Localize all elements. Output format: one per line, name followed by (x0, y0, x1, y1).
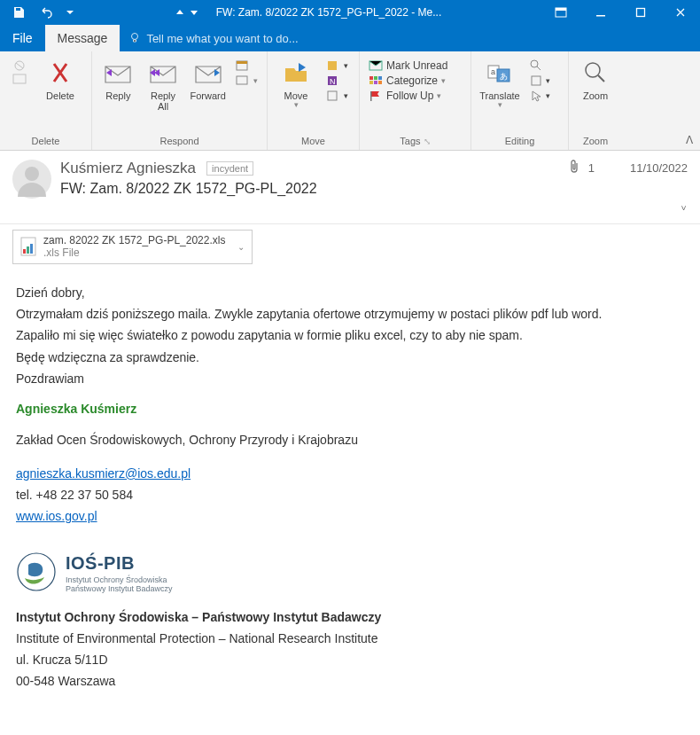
ribbon: Delete Delete Reply Reply All Forward ▾ (0, 51, 700, 151)
svg-rect-19 (374, 81, 377, 84)
group-editing-label: Editing (477, 136, 563, 148)
svg-rect-13 (328, 91, 337, 100)
svg-rect-21 (370, 91, 372, 101)
tab-file[interactable]: File (0, 25, 45, 51)
svg-rect-1 (556, 8, 566, 11)
move-button[interactable]: Move ▾ (273, 55, 319, 112)
quick-access-toolbar (0, 2, 76, 23)
signature-logo: IOŚ-PIB Instytut Ochrony Środowiska Pańs… (16, 551, 684, 594)
sender-avatar (12, 160, 51, 199)
signature-phone: tel. +48 22 37 50 584 (16, 486, 684, 504)
svg-rect-2 (596, 15, 605, 17)
select-button[interactable]: ▾ (526, 89, 554, 103)
tell-me-search[interactable]: Tell me what you want to do... (120, 25, 700, 51)
attachment-chevron-icon[interactable]: ⌄ (232, 242, 245, 252)
qat-dropdown-icon[interactable] (64, 2, 76, 23)
body-p3: Będę wdzięczna za sprawdzenie. (16, 348, 684, 366)
attachment-type: .xls File (43, 246, 225, 259)
message-date: 11/10/2022 (630, 161, 688, 175)
actions-button[interactable]: ▾ (323, 89, 352, 103)
group-delete-label: Delete (5, 136, 86, 148)
logo-sub2: Państwowy Instytut Badawczy (66, 585, 173, 594)
svg-rect-10 (328, 61, 337, 70)
svg-rect-20 (378, 81, 382, 84)
signature-email-link[interactable]: agnieszka.kusmierz@ios.edu.pl (16, 466, 191, 481)
ribbon-display-button[interactable] (541, 0, 580, 25)
lightbulb-icon (128, 32, 141, 44)
ribbon-tabs: File Message Tell me what you want to do… (0, 25, 700, 51)
reply-all-button[interactable]: Reply All (143, 55, 184, 113)
message-body-scroll[interactable]: Dzień dobry, Otrzymałam dziś poniższego … (0, 270, 700, 735)
tab-message[interactable]: Message (45, 25, 121, 51)
svg-text:あ: あ (500, 72, 508, 81)
inst-line2: Institute of Environmental Protection – … (16, 629, 684, 647)
delete-button[interactable]: Delete (37, 55, 83, 103)
window-buttons (541, 0, 700, 25)
close-button[interactable] (660, 0, 700, 25)
message-header: Kuśmierz Agnieszka incydent FW: Zam. 8/2… (0, 151, 700, 224)
attachment-row: zam. 82022 ZK 1572_PG-PL_2022.xls .xls F… (0, 224, 700, 270)
signature-web-link[interactable]: www.ios.gov.pl (16, 509, 97, 523)
reply-dropdown-icon[interactable]: ⱽ (680, 202, 688, 218)
svg-point-30 (25, 167, 39, 181)
svg-rect-17 (378, 76, 382, 80)
collapse-ribbon-icon[interactable]: ᐱ (686, 134, 693, 146)
ignore-junk-button[interactable] (5, 55, 34, 92)
svg-rect-6 (13, 74, 26, 83)
svg-rect-16 (374, 76, 377, 80)
ios-pib-logo-icon (16, 551, 57, 592)
svg-rect-34 (30, 244, 33, 254)
find-button[interactable] (526, 59, 554, 73)
body-p2: Zapaliło mi się więc światełko z powodu … (16, 326, 684, 344)
onenote-button[interactable]: N (323, 74, 352, 88)
logo-title: IOŚ-PIB (66, 551, 173, 576)
signature-name: Agnieszka Kuśmierz (16, 400, 684, 418)
minimize-button[interactable] (580, 0, 620, 25)
group-zoom-label: Zoom (574, 136, 617, 148)
reply-button[interactable]: Reply (97, 55, 139, 103)
sender-tag: incydent (206, 161, 253, 176)
save-button[interactable] (7, 2, 30, 23)
svg-rect-9 (237, 76, 247, 84)
svg-rect-3 (636, 9, 644, 17)
inst-line1: Instytut Ochrony Środowiska – Państwowy … (16, 608, 684, 626)
svg-rect-27 (532, 76, 541, 85)
body-p4: Pozdrawiam (16, 370, 684, 387)
mark-unread-button[interactable]: Mark Unread (365, 59, 451, 73)
attachment-icon (569, 160, 579, 176)
xls-file-icon (20, 237, 36, 256)
svg-rect-15 (369, 76, 373, 80)
window-title-text: FW: Zam. 8/2022 ZK 1572_PG-PL_2022 - Me.… (216, 6, 442, 19)
svg-point-4 (132, 34, 138, 40)
attachment-name: zam. 82022 ZK 1572_PG-PL_2022.xls (43, 234, 225, 246)
translate-button[interactable]: aあ Translate ▾ (477, 55, 523, 112)
categorize-button[interactable]: Categorize▾ (365, 74, 451, 88)
sender-name: Kuśmierz Agnieszka (60, 160, 196, 177)
down-icon (190, 8, 198, 17)
zoom-button[interactable]: Zoom (574, 55, 617, 103)
attachment-item[interactable]: zam. 82022 ZK 1572_PG-PL_2022.xls .xls F… (12, 230, 253, 264)
related-button[interactable]: ▾ (526, 74, 554, 88)
meeting-button[interactable] (232, 59, 261, 73)
svg-point-26 (531, 60, 538, 67)
up-icon (175, 8, 184, 17)
body-greeting: Dzień dobry, (16, 284, 684, 301)
follow-up-button[interactable]: Follow Up▾ (365, 89, 451, 103)
window-title: FW: Zam. 8/2022 ZK 1572_PG-PL_2022 - Me.… (76, 6, 541, 19)
svg-rect-32 (23, 249, 26, 254)
svg-rect-33 (27, 246, 29, 254)
group-respond-label: Respond (97, 136, 261, 148)
svg-rect-18 (369, 81, 373, 84)
message-subject: FW: Zam. 8/2022 ZK 1572_PG-PL_2022 (60, 181, 560, 197)
message-body-area: Dzień dobry, Otrzymałam dziś poniższego … (0, 270, 700, 735)
more-respond-button[interactable]: ▾ (232, 74, 261, 88)
rules-button[interactable]: ▾ (323, 59, 352, 73)
inst-line3: ul. Krucza 5/11D (16, 651, 684, 669)
body-p1: Otrzymałam dziś poniższego maila. Zwykle… (16, 305, 684, 323)
undo-button[interactable] (35, 2, 58, 23)
group-move-label: Move (273, 136, 354, 148)
svg-point-28 (586, 63, 600, 77)
maximize-button[interactable] (620, 0, 660, 25)
svg-text:N: N (330, 77, 336, 86)
forward-button[interactable]: Forward (187, 55, 229, 103)
